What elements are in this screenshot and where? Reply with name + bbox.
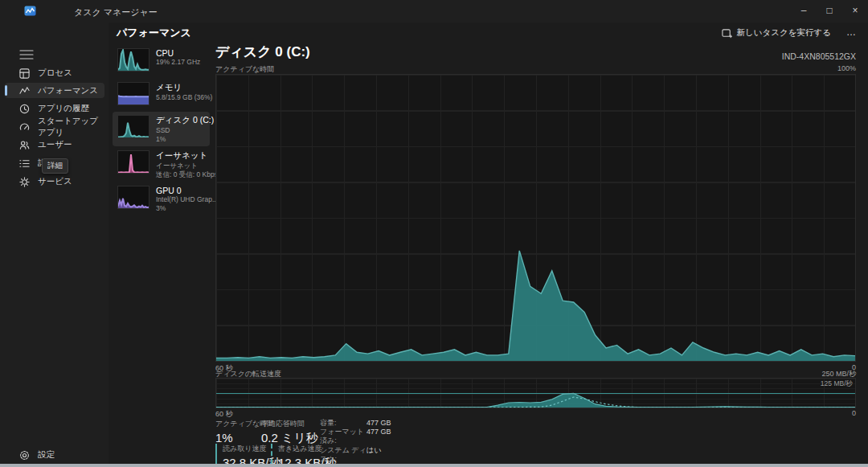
perf-list-item-memory[interactable]: メモリ 5.8/15.9 GB (36%) [113, 79, 210, 109]
chart1-ymax-label: 100% [837, 64, 856, 72]
performance-page: パフォーマンス 新しいタスクを実行する … CPU 19% 2.17 GHz [108, 23, 868, 464]
cpu-mini-chart [117, 48, 149, 72]
memory-sparkline-line [118, 96, 149, 96]
detail-row: 容量: 477 GB [320, 419, 391, 428]
details-icon [19, 158, 30, 169]
more-options-button[interactable]: … [843, 25, 860, 39]
selected-accent-bar [5, 85, 7, 96]
sidebar-item-label: アプリの履歴 [38, 103, 89, 114]
sidebar-item-label: 設定 [38, 449, 55, 461]
run-new-task-label: 新しいタスクを実行する [737, 27, 831, 39]
app-history-icon [19, 104, 30, 114]
sidebar-item-label: プロセス [38, 68, 72, 79]
sidebar-item-label: ユーザー [38, 139, 72, 150]
active-time-chart [215, 74, 856, 362]
detail-row: フォーマット済み: 477 GB [320, 428, 391, 445]
page-title: パフォーマンス [117, 26, 191, 40]
disk-mini-chart [117, 115, 149, 138]
perf-item-title: ディスク 0 (C:) [156, 115, 210, 126]
perf-item-title: メモリ [156, 82, 210, 93]
run-new-task-icon [722, 28, 732, 39]
perf-item-sub: 1% [156, 135, 210, 144]
detail-label: フォーマット済み: [320, 428, 366, 445]
perf-item-sub: Intel(R) UHD Grap... [156, 195, 210, 204]
stat-label: 平均応答時間 [261, 419, 318, 429]
task-manager-app-icon [24, 6, 36, 16]
perf-list-item-gpu[interactable]: GPU 0 Intel(R) UHD Grap... 3% [113, 182, 210, 215]
details-tooltip: 詳細 [42, 158, 68, 174]
perf-item-title: CPU [156, 48, 200, 58]
ethernet-sparkline-line [118, 154, 149, 172]
taskbar-edge [0, 464, 868, 467]
stat-avg-response: 平均応答時間 0.2 ミリ秒 [261, 419, 318, 446]
sidebar: プロセス パフォーマンス アプリの履歴 スタートアップ アプリ ユ [0, 23, 108, 464]
task-manager-window: タスク マネージャー – □ × プロセス パフォーマンス アプリの履歴 [0, 0, 868, 467]
perf-list-item-cpu[interactable]: CPU 19% 2.17 GHz [113, 45, 210, 75]
title-bar: タスク マネージャー – □ × [0, 0, 868, 23]
detail-label: システム ディスク: [320, 446, 366, 464]
perf-item-title: GPU 0 [156, 186, 210, 195]
maximize-button[interactable]: □ [817, 0, 842, 23]
processes-icon [19, 68, 30, 79]
detail-value: 477 GB [366, 419, 391, 428]
detail-value: はい [366, 446, 381, 464]
detail-value: 477 GB [366, 428, 391, 445]
perf-item-title: イーサネット [156, 150, 210, 162]
startup-apps-icon [19, 122, 30, 133]
sidebar-item-users[interactable]: ユーザー [5, 137, 104, 153]
sidebar-item-startup-apps[interactable]: スタートアップ アプリ [5, 119, 104, 135]
disk-details: 容量: 477 GB フォーマット済み: 477 GB システム ディスク: は… [320, 419, 391, 467]
chart2-xright-label: 0 [852, 409, 856, 417]
sidebar-item-label: パフォーマンス [38, 85, 98, 96]
sidebar-item-services[interactable]: サービス [5, 174, 104, 190]
services-icon [19, 177, 30, 187]
disk-sparkline-line [118, 123, 149, 137]
window-title: タスク マネージャー [74, 6, 158, 18]
read-speed-area [216, 393, 855, 408]
ethernet-sparkline [118, 151, 149, 173]
close-button[interactable]: × [842, 0, 868, 23]
detail-row: システム ディスク: はい [320, 446, 391, 464]
sidebar-item-processes[interactable]: プロセス [5, 65, 104, 81]
perf-item-sub: 送信: 0 受信: 0 Kbps [156, 170, 210, 179]
performance-icon [19, 85, 30, 96]
gpu-mini-chart [117, 186, 149, 209]
perf-item-sub: 19% 2.17 GHz [156, 58, 200, 67]
perf-item-sub: SSD [156, 126, 210, 135]
perf-list-item-disk[interactable]: ディスク 0 (C:) SSD 1% [113, 112, 210, 146]
sidebar-item-app-history[interactable]: アプリの履歴 [5, 100, 104, 117]
sidebar-item-label: スタートアップ アプリ [38, 116, 104, 138]
sidebar-item-label: サービス [38, 176, 72, 187]
detail-label: 容量: [320, 419, 366, 428]
sidebar-item-performance[interactable]: パフォーマンス [5, 83, 104, 98]
cpu-sparkline [118, 49, 149, 71]
disk-page-title: ディスク 0 (C:) [215, 43, 310, 61]
perf-list-item-ethernet[interactable]: イーサネット イーサネット 送信: 0 受信: 0 Kbps [113, 147, 210, 182]
disk-sparkline [118, 116, 149, 137]
hamburger-menu-icon[interactable] [19, 49, 34, 60]
active-time-plot [216, 75, 855, 361]
run-new-task-button[interactable]: 新しいタスクを実行する [717, 25, 836, 41]
memory-sparkline [118, 83, 149, 104]
transfer-rate-chart: 125 MB/秒 [215, 378, 856, 408]
memory-mini-chart [117, 82, 149, 105]
perf-item-sub: 3% [156, 204, 210, 213]
active-time-area [216, 251, 855, 361]
sidebar-item-settings[interactable]: 設定 [5, 447, 104, 463]
ethernet-mini-chart [117, 150, 149, 174]
perf-item-sub: イーサネット [156, 162, 210, 170]
disk-device-id: IND-4XN805512GX [782, 51, 856, 61]
perf-item-sub: 5.8/15.9 GB (36%) [156, 93, 210, 102]
transfer-rate-plot [216, 379, 855, 408]
minimize-button[interactable]: – [791, 0, 817, 23]
settings-gear-icon [19, 450, 30, 461]
users-icon [19, 140, 30, 150]
gpu-sparkline [118, 186, 149, 208]
